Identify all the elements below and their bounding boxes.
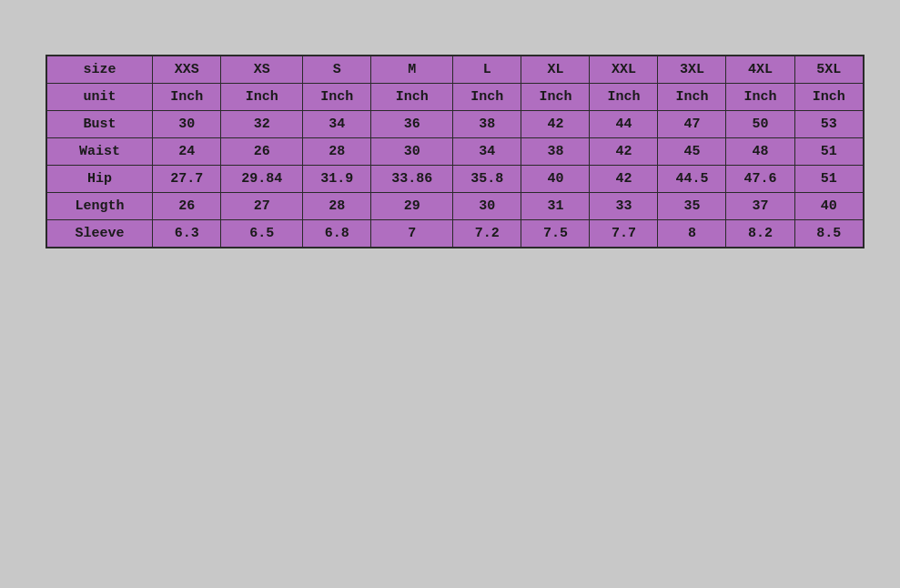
cell-sleeve-9: 8.5 (794, 220, 864, 248)
row-label-waist: Waist (46, 138, 153, 166)
cell-length-4: 30 (453, 193, 521, 220)
cell-waist-8: 48 (726, 138, 794, 166)
cell-bust-1: 32 (221, 111, 303, 138)
row-label-unit: unit (46, 84, 153, 111)
cell-sleeve-3: 7 (371, 220, 453, 248)
cell-waist-5: 38 (521, 138, 590, 166)
cell-sleeve-5: 7.5 (521, 220, 590, 248)
cell-bust-9: 53 (794, 111, 864, 138)
cell-sleeve-0: 6.3 (153, 220, 221, 248)
cell-length-5: 31 (521, 193, 590, 220)
cell-hip-7: 44.5 (658, 166, 726, 193)
cell-hip-8: 47.6 (726, 166, 794, 193)
cell-length-1: 27 (221, 193, 303, 220)
cell-sleeve-7: 8 (658, 220, 726, 248)
cell-hip-9: 51 (794, 166, 864, 193)
header-col-4XL: 4XL (726, 56, 794, 84)
table-row-length: Length26272829303133353740 (46, 193, 864, 220)
cell-hip-4: 35.8 (453, 166, 521, 193)
cell-unit-3: Inch (371, 84, 453, 111)
cell-waist-4: 34 (453, 138, 521, 166)
cell-waist-0: 24 (153, 138, 221, 166)
size-chart-table: sizeXXSXSSMLXLXXL3XL4XL5XL unitInchInchI… (46, 55, 865, 248)
table-row-unit: unitInchInchInchInchInchInchInchInchInch… (46, 84, 864, 111)
cell-length-2: 28 (303, 193, 371, 220)
header-col-M: M (371, 56, 453, 84)
header-col-L: L (453, 56, 521, 84)
header-col-XXL: XXL (590, 56, 658, 84)
cell-sleeve-6: 7.7 (590, 220, 658, 248)
row-label-sleeve: Sleeve (46, 220, 153, 248)
header-row: sizeXXSXSSMLXLXXL3XL4XL5XL (46, 56, 864, 84)
cell-waist-2: 28 (303, 138, 371, 166)
header-col-XS: XS (221, 56, 303, 84)
header-size-label: size (46, 56, 153, 84)
cell-length-7: 35 (658, 193, 726, 220)
cell-length-8: 37 (726, 193, 794, 220)
cell-hip-3: 33.86 (371, 166, 453, 193)
cell-bust-7: 47 (658, 111, 726, 138)
table-row-sleeve: Sleeve6.36.56.877.27.57.788.28.5 (46, 220, 864, 248)
table-row-waist: Waist24262830343842454851 (46, 138, 864, 166)
cell-bust-6: 44 (590, 111, 658, 138)
row-label-bust: Bust (46, 111, 153, 138)
cell-sleeve-4: 7.2 (453, 220, 521, 248)
cell-bust-4: 38 (453, 111, 521, 138)
row-label-length: Length (46, 193, 153, 220)
header-col-XXS: XXS (153, 56, 221, 84)
cell-length-3: 29 (371, 193, 453, 220)
cell-length-9: 40 (794, 193, 864, 220)
cell-unit-4: Inch (453, 84, 521, 111)
header-col-S: S (303, 56, 371, 84)
table-row-hip: Hip27.729.8431.933.8635.8404244.547.651 (46, 166, 864, 193)
header-col-3XL: 3XL (658, 56, 726, 84)
cell-waist-1: 26 (221, 138, 303, 166)
cell-waist-3: 30 (371, 138, 453, 166)
header-col-5XL: 5XL (794, 56, 864, 84)
cell-length-0: 26 (153, 193, 221, 220)
cell-bust-3: 36 (371, 111, 453, 138)
cell-unit-8: Inch (726, 84, 794, 111)
cell-bust-0: 30 (153, 111, 221, 138)
cell-waist-6: 42 (590, 138, 658, 166)
cell-hip-1: 29.84 (221, 166, 303, 193)
cell-bust-5: 42 (521, 111, 590, 138)
cell-hip-0: 27.7 (153, 166, 221, 193)
cell-unit-0: Inch (153, 84, 221, 111)
cell-unit-6: Inch (590, 84, 658, 111)
header-col-XL: XL (521, 56, 590, 84)
cell-unit-2: Inch (303, 84, 371, 111)
cell-length-6: 33 (590, 193, 658, 220)
size-chart-table-wrapper: sizeXXSXSSMLXLXXL3XL4XL5XL unitInchInchI… (46, 55, 865, 248)
row-label-hip: Hip (46, 166, 153, 193)
cell-waist-7: 45 (658, 138, 726, 166)
cell-waist-9: 51 (794, 138, 864, 166)
cell-unit-7: Inch (658, 84, 726, 111)
cell-unit-9: Inch (794, 84, 864, 111)
cell-hip-5: 40 (521, 166, 590, 193)
cell-unit-5: Inch (521, 84, 590, 111)
cell-bust-8: 50 (726, 111, 794, 138)
cell-sleeve-1: 6.5 (221, 220, 303, 248)
cell-sleeve-8: 8.2 (726, 220, 794, 248)
table-row-bust: Bust30323436384244475053 (46, 111, 864, 138)
cell-unit-1: Inch (221, 84, 303, 111)
cell-hip-2: 31.9 (303, 166, 371, 193)
cell-bust-2: 34 (303, 111, 371, 138)
cell-hip-6: 42 (590, 166, 658, 193)
cell-sleeve-2: 6.8 (303, 220, 371, 248)
